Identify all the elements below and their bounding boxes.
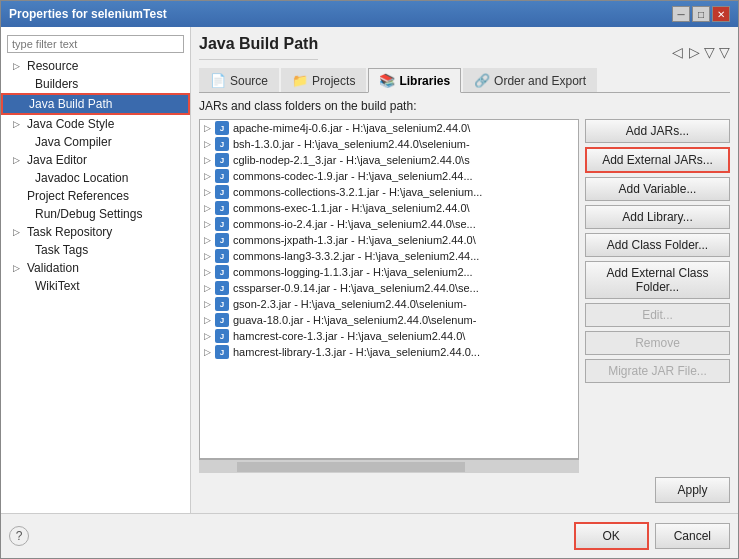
sidebar-item-java-code-style[interactable]: ▷ Java Code Style [1,115,190,133]
sidebar-item-label: Java Code Style [27,117,114,131]
sidebar-item-label: Resource [27,59,78,73]
sidebar-item-label: Builders [35,77,78,91]
tabs-bar: 📄 Source 📁 Projects 📚 Libraries 🔗 Order … [199,68,730,93]
remove-button[interactable]: Remove [585,331,730,355]
footer-bar: ? OK Cancel [1,513,738,558]
close-button[interactable]: ✕ [712,6,730,22]
list-item[interactable]: ▷ J hamcrest-library-1.3.jar - H:\java_s… [200,344,578,360]
dropdown-arrow2-icon[interactable]: ▽ [719,44,730,60]
sidebar-item-java-build-path[interactable]: Java Build Path [1,93,190,115]
expand-icon: ▷ [204,331,211,341]
jar-icon: J [215,345,229,359]
sidebar-item-wikitext[interactable]: WikiText [1,277,190,295]
list-item[interactable]: ▷ J commons-lang3-3.3.2.jar - H:\java_se… [200,248,578,264]
list-item[interactable]: ▷ J commons-codec-1.9.jar - H:\java_sele… [200,168,578,184]
forward-arrow-icon[interactable]: ▷ [689,44,700,60]
tab-projects[interactable]: 📁 Projects [281,68,366,92]
sidebar-item-label: Java Build Path [29,97,112,111]
sidebar-item-label: Java Compiler [35,135,112,149]
sidebar-item-task-tags[interactable]: Task Tags [1,241,190,259]
tab-libraries-label: Libraries [399,74,450,88]
list-item[interactable]: ▷ J hamcrest-core-1.3.jar - H:\java_sele… [200,328,578,344]
sidebar-item-javadoc-location[interactable]: Javadoc Location [1,169,190,187]
main-panel: Java Build Path ◁ ▷ ▽ ▽ 📄 Source 📁 Proje… [191,27,738,513]
sidebar-item-run-debug[interactable]: Run/Debug Settings [1,205,190,223]
add-variable-button[interactable]: Add Variable... [585,177,730,201]
add-jars-button[interactable]: Add JARs... [585,119,730,143]
sidebar-item-validation[interactable]: ▷ Validation [1,259,190,277]
cancel-button[interactable]: Cancel [655,523,730,549]
add-library-button[interactable]: Add Library... [585,205,730,229]
minimize-button[interactable]: ─ [672,6,690,22]
jar-item-text: commons-exec-1.1.jar - H:\java_selenium2… [233,202,470,214]
list-item[interactable]: ▷ J commons-jxpath-1.3.jar - H:\java_sel… [200,232,578,248]
sidebar-item-java-compiler[interactable]: Java Compiler [1,133,190,151]
list-item[interactable]: ▷ J commons-collections-3.2.1.jar - H:\j… [200,184,578,200]
chevron-icon: ▷ [13,263,23,273]
sidebar-item-label: Project References [27,189,129,203]
ok-button[interactable]: OK [574,522,649,550]
list-item[interactable]: ▷ J gson-2.3.jar - H:\java_selenium2.44.… [200,296,578,312]
sidebar-item-label: Java Editor [27,153,87,167]
panel-description: JARs and class folders on the build path… [199,99,730,113]
libraries-tab-icon: 📚 [379,73,395,88]
tab-libraries[interactable]: 📚 Libraries [368,68,461,93]
sidebar-item-resource[interactable]: ▷ Resource [1,57,190,75]
list-item[interactable]: ▷ J commons-exec-1.1.jar - H:\java_selen… [200,200,578,216]
jar-item-text: gson-2.3.jar - H:\java_selenium2.44.0\se… [233,298,467,310]
action-buttons-panel: Add JARs... Add External JARs... Add Var… [585,119,730,473]
back-arrow-icon[interactable]: ◁ [672,44,683,60]
jar-icon: J [215,297,229,311]
jar-icon: J [215,233,229,247]
expand-icon: ▷ [204,283,211,293]
expand-icon: ▷ [204,235,211,245]
list-item[interactable]: ▷ J bsh-1.3.0.jar - H:\java_selenium2.44… [200,136,578,152]
jar-item-text: commons-lang3-3.3.2.jar - H:\java_seleni… [233,250,479,262]
jar-item-text: commons-jxpath-1.3.jar - H:\java_seleniu… [233,234,476,246]
expand-icon: ▷ [204,299,211,309]
sidebar-item-builders[interactable]: Builders [1,75,190,93]
sidebar-item-java-editor[interactable]: ▷ Java Editor [1,151,190,169]
jar-icon: J [215,153,229,167]
jar-item-text: cglib-nodep-2.1_3.jar - H:\java_selenium… [233,154,470,166]
filter-input[interactable] [7,35,184,53]
jar-list-container[interactable]: ▷ J apache-mime4j-0.6.jar - H:\java_sele… [199,119,579,459]
expand-icon: ▷ [204,219,211,229]
migrate-jar-button[interactable]: Migrate JAR File... [585,359,730,383]
list-item[interactable]: ▷ J guava-18.0.jar - H:\java_selenium2.4… [200,312,578,328]
tab-source[interactable]: 📄 Source [199,68,279,92]
jar-icon: J [215,185,229,199]
jar-item-text: cssparser-0.9.14.jar - H:\java_selenium2… [233,282,479,294]
horizontal-scrollbar[interactable] [199,459,579,473]
add-external-class-folder-button[interactable]: Add External Class Folder... [585,261,730,299]
jar-icon: J [215,169,229,183]
help-button[interactable]: ? [9,526,29,546]
sidebar-item-label: Run/Debug Settings [35,207,142,221]
list-item[interactable]: ▷ J commons-io-2.4.jar - H:\java_seleniu… [200,216,578,232]
sidebar-item-label: Task Tags [35,243,88,257]
expand-icon: ▷ [204,155,211,165]
sidebar-item-task-repository[interactable]: ▷ Task Repository [1,223,190,241]
jar-list-area: ▷ J apache-mime4j-0.6.jar - H:\java_sele… [199,119,730,473]
chevron-icon: ▷ [13,61,23,71]
dropdown-arrow-icon[interactable]: ▽ [704,44,715,60]
add-external-jars-button[interactable]: Add External JARs... [585,147,730,173]
jar-icon: J [215,265,229,279]
expand-icon: ▷ [204,203,211,213]
sidebar-item-project-references[interactable]: Project References [1,187,190,205]
jar-icon: J [215,217,229,231]
tab-order-export-label: Order and Export [494,74,586,88]
add-class-folder-button[interactable]: Add Class Folder... [585,233,730,257]
list-item[interactable]: ▷ J commons-logging-1.1.3.jar - H:\java_… [200,264,578,280]
list-item[interactable]: ▷ J apache-mime4j-0.6.jar - H:\java_sele… [200,120,578,136]
tab-order-export[interactable]: 🔗 Order and Export [463,68,597,92]
nav-arrows: ◁ ▷ ▽ ▽ [672,44,730,60]
expand-icon: ▷ [204,267,211,277]
list-item[interactable]: ▷ J cglib-nodep-2.1_3.jar - H:\java_sele… [200,152,578,168]
maximize-button[interactable]: □ [692,6,710,22]
apply-button[interactable]: Apply [655,477,730,503]
list-item[interactable]: ▷ J cssparser-0.9.14.jar - H:\java_selen… [200,280,578,296]
edit-button[interactable]: Edit... [585,303,730,327]
jar-icon: J [215,281,229,295]
order-export-tab-icon: 🔗 [474,73,490,88]
